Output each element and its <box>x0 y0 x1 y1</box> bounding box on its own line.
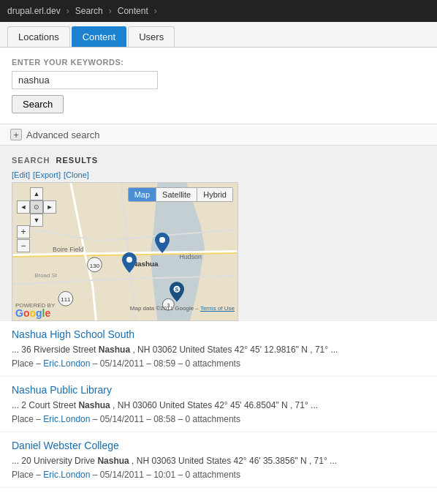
search-button[interactable]: Search <box>12 95 64 113</box>
nav-up-row: ▲ <box>17 187 56 200</box>
results-header-suffix: RESULTS <box>56 156 99 165</box>
advanced-search-toggle[interactable]: + Advanced search <box>0 124 437 146</box>
tab-users[interactable]: Users <box>128 26 175 47</box>
svg-point-13 <box>159 237 165 243</box>
google-logo: Google <box>15 307 50 319</box>
result-meta: Place – Eric.London – 05/14/2011 – 10:01… <box>12 470 425 480</box>
plus-icon: + <box>10 129 22 140</box>
result-title-link[interactable]: Nashua High School South <box>12 328 425 340</box>
results-section: SEARCH RESULTS [Edit] [Export] [Clone] 1… <box>0 146 437 321</box>
svg-text:Boire Field: Boire Field <box>53 246 84 253</box>
tab-locations[interactable]: Locations <box>7 26 70 47</box>
nav-chevron-2: › <box>109 6 112 16</box>
map-type-buttons: Map Satellite Hybrid <box>128 187 233 202</box>
highlight-nashua-3: Nashua <box>97 456 129 466</box>
svg-text:130: 130 <box>90 263 100 269</box>
result-author-link[interactable]: Eric.London <box>43 358 90 369</box>
result-author-link[interactable]: Eric.London <box>43 414 90 424</box>
zoom-in-button[interactable]: + <box>17 225 30 238</box>
edit-link[interactable]: [Edit] <box>12 170 30 179</box>
result-item: Nashua Public Library ... 2 Court Street… <box>0 377 437 432</box>
map-type-satellite-button[interactable]: Satellite <box>156 188 197 201</box>
nav-chevron-1: › <box>66 6 69 16</box>
result-title-link[interactable]: Nashua Public Library <box>12 384 425 396</box>
nav-right-button[interactable]: ► <box>43 200 56 214</box>
result-snippet: ... 20 University Drive Nashua , NH 0306… <box>12 454 425 467</box>
map-container: 130 111 3 Boire Field Nashua Hudson Broa… <box>12 182 238 321</box>
tab-bar: Locations Content Users <box>0 22 437 48</box>
nav-search-link[interactable]: Search <box>75 6 103 16</box>
map-nav: ▲ ◄ ⊙ ► ▼ <box>17 187 56 227</box>
search-panel: ENTER YOUR KEYWORDS: Search <box>0 48 437 124</box>
map-type-map-button[interactable]: Map <box>129 188 156 201</box>
svg-text:S: S <box>175 286 179 293</box>
nav-up-button[interactable]: ▲ <box>30 187 43 200</box>
tab-content[interactable]: Content <box>72 26 127 47</box>
svg-text:Hudson: Hudson <box>179 253 202 260</box>
map-data-text: Map data ©2011 Google – Terms of Use <box>130 305 235 312</box>
terms-link[interactable]: Terms of Use <box>200 305 235 312</box>
results-header-prefix: SEARCH <box>12 156 50 165</box>
highlight-nashua-2: Nashua <box>78 400 110 410</box>
result-meta: Place – Eric.London – 05/14/2011 – 08:59… <box>12 358 425 369</box>
results-list: Nashua High School South ... 36 Riversid… <box>0 321 437 495</box>
top-nav: drupal.erl.dev › Search › Content › <box>0 0 437 22</box>
nav-content-link[interactable]: Content <box>118 6 148 16</box>
result-snippet: ... 2 Court Street Nashua , NH 03060 Uni… <box>12 399 425 412</box>
map-footer: POWERED BY Google Map data ©2011 Google … <box>12 297 238 319</box>
map-type-hybrid-button[interactable]: Hybrid <box>197 188 232 201</box>
edit-bar: [Edit] [Export] [Clone] <box>12 169 425 179</box>
nav-left-button[interactable]: ◄ <box>17 200 30 214</box>
export-link[interactable]: [Export] <box>33 170 61 179</box>
svg-text:S: S <box>127 257 132 263</box>
result-author-link[interactable]: Eric.London <box>43 470 90 480</box>
result-item: Daniel Webster College ... 20 University… <box>0 432 437 488</box>
map-pin-1[interactable] <box>155 233 170 253</box>
zoom-controls: + − <box>17 225 30 253</box>
advanced-search-label: Advanced search <box>26 129 99 140</box>
nav-site-link[interactable]: drupal.erl.dev <box>7 6 61 16</box>
nav-chevron-3: › <box>154 6 157 16</box>
nav-down-button[interactable]: ▼ <box>30 214 43 227</box>
clone-link[interactable]: [Clone] <box>64 170 89 179</box>
results-header: SEARCH RESULTS <box>12 153 425 169</box>
svg-text:Broad St: Broad St <box>34 272 58 279</box>
result-snippet: ... 36 Riverside Street Nashua , NH 0306… <box>12 343 425 356</box>
nav-center-button[interactable]: ⊙ <box>30 200 43 214</box>
zoom-out-button[interactable]: − <box>17 239 30 252</box>
highlight-nashua-1: Nashua <box>99 345 130 355</box>
nav-lr-row: ◄ ⊙ ► <box>17 200 56 214</box>
result-item: Nashua High School South ... 36 Riversid… <box>0 321 437 377</box>
result-title-link[interactable]: Daniel Webster College <box>12 440 425 451</box>
result-meta: Place – Eric.London – 05/14/2011 – 08:58… <box>12 414 425 424</box>
powered-by-text: POWERED BY <box>15 302 55 309</box>
keywords-label: ENTER YOUR KEYWORDS: <box>12 58 425 67</box>
search-input[interactable] <box>12 71 158 89</box>
map-pin-2[interactable]: S <box>122 252 137 273</box>
